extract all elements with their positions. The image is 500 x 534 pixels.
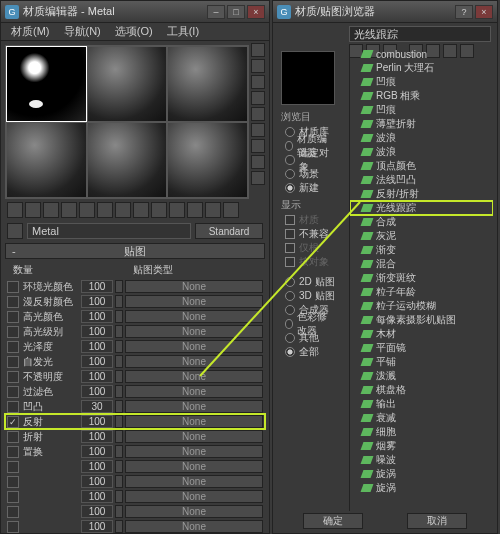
sample-slot-2[interactable] <box>87 46 168 122</box>
map-slot-button[interactable]: None <box>125 325 263 338</box>
map-slot-button[interactable]: None <box>125 370 263 383</box>
titlebar[interactable]: G 材质编辑器 - Metal – □ × <box>1 1 269 23</box>
tool-icon[interactable] <box>205 202 221 218</box>
pick-material-icon[interactable] <box>7 223 23 239</box>
map-enable-checkbox[interactable] <box>7 341 19 353</box>
maps-rollout-header[interactable]: 贴图 <box>5 243 265 259</box>
tool-icon[interactable] <box>187 202 203 218</box>
show-option[interactable]: 按对象 <box>279 255 343 269</box>
tree-item[interactable]: 旋涡 <box>350 467 493 481</box>
map-enable-checkbox[interactable] <box>7 371 19 383</box>
map-slot-button[interactable]: None <box>125 445 263 458</box>
tree-item[interactable]: 波浪 <box>350 131 493 145</box>
tree-item[interactable]: 渐变 <box>350 243 493 257</box>
titlebar[interactable]: G 材质/贴图浏览器 ? × <box>273 1 497 23</box>
map-enable-checkbox[interactable] <box>7 326 19 338</box>
minimize-button[interactable]: – <box>207 5 225 19</box>
tool-icon[interactable] <box>115 202 131 218</box>
map-amount-spinner[interactable]: 100 <box>81 385 113 398</box>
tool-icon[interactable] <box>251 75 265 89</box>
spinner-buttons[interactable] <box>115 475 123 488</box>
spinner-buttons[interactable] <box>115 310 123 323</box>
map-amount-spinner[interactable]: 100 <box>81 415 113 428</box>
tool-icon[interactable] <box>151 202 167 218</box>
tree-item[interactable]: 粒子年龄 <box>350 285 493 299</box>
map-amount-spinner[interactable]: 100 <box>81 310 113 323</box>
spinner-buttons[interactable] <box>115 415 123 428</box>
menu-material[interactable]: 材质(M) <box>5 23 56 40</box>
spinner-buttons[interactable] <box>115 520 123 533</box>
cancel-button[interactable]: 取消 <box>407 513 467 529</box>
tree-item[interactable]: 粒子运动模糊 <box>350 299 493 313</box>
tool-icon[interactable] <box>79 202 95 218</box>
map-slot-button[interactable]: None <box>125 475 263 488</box>
sample-slot-6[interactable] <box>167 122 248 198</box>
map-slot-button[interactable]: None <box>125 385 263 398</box>
tree-item[interactable]: 渐变斑纹 <box>350 271 493 285</box>
map-amount-spinner[interactable]: 100 <box>81 325 113 338</box>
map-slot-button[interactable]: None <box>125 310 263 323</box>
spinner-buttons[interactable] <box>115 430 123 443</box>
tool-icon[interactable] <box>251 155 265 169</box>
tool-icon[interactable] <box>133 202 149 218</box>
tree-item[interactable]: 旋涡 <box>350 481 493 495</box>
map-enable-checkbox[interactable] <box>7 476 19 488</box>
tree-item[interactable]: 细胞 <box>350 425 493 439</box>
spinner-buttons[interactable] <box>115 355 123 368</box>
tree-item[interactable]: combustion <box>350 47 493 61</box>
map-slot-button[interactable]: None <box>125 355 263 368</box>
spinner-buttons[interactable] <box>115 295 123 308</box>
map-enable-checkbox[interactable] <box>7 431 19 443</box>
tree-item[interactable]: 波浪 <box>350 145 493 159</box>
map-amount-spinner[interactable]: 100 <box>81 295 113 308</box>
tree-item[interactable]: RGB 相乘 <box>350 89 493 103</box>
map-amount-spinner[interactable]: 30 <box>81 400 113 413</box>
tree-item[interactable]: 合成 <box>350 215 493 229</box>
tree-item[interactable]: 反射/折射 <box>350 187 493 201</box>
tree-item[interactable]: 凹痕 <box>350 103 493 117</box>
ok-button[interactable]: 确定 <box>303 513 363 529</box>
map-slot-button[interactable]: None <box>125 280 263 293</box>
map-enable-checkbox[interactable] <box>7 296 19 308</box>
tree-item[interactable]: 平铺 <box>350 355 493 369</box>
map-enable-checkbox[interactable] <box>7 281 19 293</box>
sample-slot-1[interactable] <box>6 46 87 122</box>
spinner-buttons[interactable] <box>115 505 123 518</box>
map-enable-checkbox[interactable] <box>7 416 19 428</box>
spinner-buttons[interactable] <box>115 445 123 458</box>
menu-tools[interactable]: 工具(I) <box>161 23 205 40</box>
sample-slot-3[interactable] <box>167 46 248 122</box>
map-amount-spinner[interactable]: 100 <box>81 340 113 353</box>
menu-navigate[interactable]: 导航(N) <box>58 23 107 40</box>
map-tree[interactable]: combustionPerlin 大理石凹痕RGB 相乘凹痕薄壁折射波浪波浪顶点… <box>349 47 493 511</box>
tree-item[interactable]: 烟雾 <box>350 439 493 453</box>
tree-item[interactable]: 泼溅 <box>350 369 493 383</box>
tree-item[interactable]: 混合 <box>350 257 493 271</box>
map-enable-checkbox[interactable] <box>7 401 19 413</box>
map-slot-button[interactable]: None <box>125 295 263 308</box>
map-enable-checkbox[interactable] <box>7 491 19 503</box>
help-button[interactable]: ? <box>455 5 473 19</box>
map-amount-spinner[interactable]: 100 <box>81 355 113 368</box>
map-slot-button[interactable]: None <box>125 460 263 473</box>
sample-slot-5[interactable] <box>87 122 168 198</box>
map-slot-button[interactable]: None <box>125 505 263 518</box>
tree-item[interactable]: 棋盘格 <box>350 383 493 397</box>
tool-icon[interactable] <box>251 43 265 57</box>
filter-option[interactable]: 色彩修改器 <box>279 317 343 331</box>
tool-icon[interactable] <box>251 59 265 73</box>
tool-icon[interactable] <box>25 202 41 218</box>
tool-icon[interactable] <box>251 171 265 185</box>
map-slot-button[interactable]: None <box>125 415 263 428</box>
tree-item[interactable]: 顶点颜色 <box>350 159 493 173</box>
map-slot-button[interactable]: None <box>125 490 263 503</box>
map-enable-checkbox[interactable] <box>7 356 19 368</box>
tree-item[interactable]: 衰减 <box>350 411 493 425</box>
map-amount-spinner[interactable]: 100 <box>81 370 113 383</box>
map-enable-checkbox[interactable] <box>7 506 19 518</box>
map-amount-spinner[interactable]: 100 <box>81 445 113 458</box>
map-amount-spinner[interactable]: 100 <box>81 280 113 293</box>
map-enable-checkbox[interactable] <box>7 311 19 323</box>
show-option[interactable]: 不兼容 <box>279 227 343 241</box>
map-amount-spinner[interactable]: 100 <box>81 490 113 503</box>
